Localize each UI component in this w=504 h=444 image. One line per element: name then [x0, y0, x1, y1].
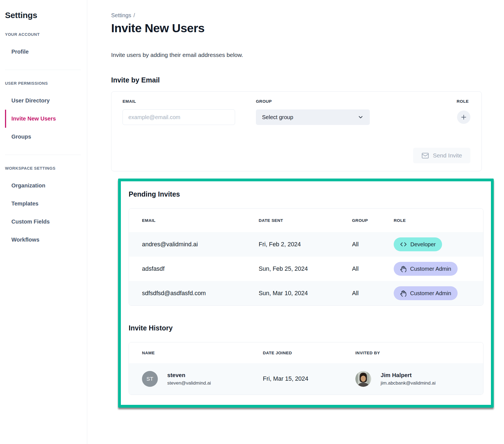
user-name: steven	[167, 372, 211, 378]
invite-date-sent: Sun, Feb 25, 2024	[259, 265, 352, 272]
send-invite-label: Send Invite	[433, 152, 462, 159]
email-input[interactable]	[123, 109, 235, 125]
invite-history-table: NAME DATE JOINED INVITED BY ST steven st…	[129, 342, 483, 395]
column-header-role: ROLE	[394, 218, 483, 223]
sidebar-item-groups[interactable]: Groups	[5, 128, 82, 146]
invite-by-email-heading: Invite by Email	[111, 76, 494, 84]
add-role-button[interactable]	[457, 111, 470, 124]
invite-email: sdfsdfsd@asdfasfd.com	[142, 290, 259, 297]
user-email: steven@validmind.ai	[167, 380, 211, 386]
sidebar-item-custom-fields[interactable]: Custom Fields	[5, 213, 82, 231]
chevron-down-icon	[358, 114, 364, 120]
role-badge-developer: Developer	[394, 237, 442, 251]
sidebar-item-templates[interactable]: Templates	[5, 195, 82, 213]
hand-icon	[400, 266, 406, 272]
email-label: EMAIL	[123, 99, 235, 104]
date-joined: Fri, Mar 15, 2024	[263, 375, 355, 382]
code-icon	[400, 241, 407, 248]
pending-invites-heading: Pending Invites	[129, 190, 483, 198]
send-invite-button[interactable]: Send Invite	[413, 148, 470, 163]
invite-history-header-row: NAME DATE JOINED INVITED BY	[129, 342, 483, 363]
main-content: Settings/ Invite New Users Invite users …	[87, 0, 504, 408]
sidebar-title: Settings	[5, 11, 82, 20]
invite-group: All	[352, 265, 394, 272]
mail-icon	[421, 152, 429, 159]
sidebar-divider	[5, 155, 81, 155]
sidebar-item-invite-new-users[interactable]: Invite New Users	[5, 110, 82, 128]
breadcrumb-settings-link[interactable]: Settings	[111, 12, 131, 18]
sidebar-item-profile[interactable]: Profile	[5, 43, 82, 61]
invite-group: All	[352, 290, 394, 297]
avatar	[355, 371, 371, 387]
sidebar-section-your-account: YOUR ACCOUNT	[5, 32, 82, 37]
role-badge-customer-admin: Customer Admin	[394, 286, 458, 300]
page-description: Invite users by adding their email addre…	[111, 52, 494, 58]
invite-group: All	[352, 241, 394, 248]
invite-form-card: EMAIL GROUP ROLE Select group	[111, 91, 482, 171]
role-label: ROLE	[391, 99, 470, 104]
table-row: adsfasdf Sun, Feb 25, 2024 All Customer …	[129, 257, 483, 281]
group-select[interactable]: Select group	[256, 109, 370, 125]
group-label: GROUP	[256, 99, 370, 104]
column-header-name: NAME	[142, 350, 263, 355]
column-header-date-joined: DATE JOINED	[263, 350, 355, 355]
column-header-group: GROUP	[352, 218, 394, 223]
invite-history-heading: Invite History	[129, 324, 483, 332]
group-select-value: Select group	[262, 114, 293, 121]
plus-icon	[460, 114, 467, 121]
column-header-invited-by: INVITED BY	[355, 350, 483, 355]
invite-email: adsfasdf	[142, 265, 259, 272]
invited-by-name: Jim Halpert	[381, 372, 436, 378]
table-row: andres@validmind.ai Fri, Feb 2, 2024 All…	[129, 232, 483, 257]
sidebar-section-workspace-settings: WORKSPACE SETTINGS	[5, 166, 82, 170]
sidebar-divider	[5, 70, 81, 70]
sidebar-item-user-directory[interactable]: User Directory	[5, 92, 82, 110]
sidebar-item-workflows[interactable]: Workflows	[5, 231, 82, 249]
annotation-highlight-box: Pending Invites EMAIL DATE SENT GROUP RO…	[118, 179, 494, 408]
breadcrumb: Settings/	[111, 12, 494, 19]
breadcrumb-separator: /	[133, 12, 135, 18]
invite-email: andres@validmind.ai	[142, 241, 259, 248]
page-title: Invite New Users	[111, 21, 494, 35]
settings-sidebar: Settings YOUR ACCOUNT Profile USER PERMI…	[0, 0, 87, 444]
table-row: ST steven steven@validmind.ai Fri, Mar 1…	[129, 363, 483, 395]
sidebar-section-user-permissions: USER PERMISSIONS	[5, 81, 82, 86]
hand-icon	[400, 290, 406, 297]
invited-by-email: jim.abcbank@validmind.ai	[381, 380, 436, 386]
invite-date-sent: Fri, Feb 2, 2024	[259, 241, 352, 248]
avatar: ST	[142, 371, 158, 387]
role-badge-customer-admin: Customer Admin	[394, 262, 458, 276]
column-header-date-sent: DATE SENT	[259, 218, 352, 223]
profile-photo	[355, 371, 371, 387]
table-row: sdfsdfsd@asdfasfd.com Sun, Mar 10, 2024 …	[129, 281, 483, 305]
sidebar-item-organization[interactable]: Organization	[5, 177, 82, 195]
pending-invites-header-row: EMAIL DATE SENT GROUP ROLE	[129, 209, 483, 232]
invite-date-sent: Sun, Mar 10, 2024	[259, 290, 352, 297]
pending-invites-table: EMAIL DATE SENT GROUP ROLE andres@validm…	[129, 208, 483, 306]
column-header-email: EMAIL	[142, 218, 259, 223]
